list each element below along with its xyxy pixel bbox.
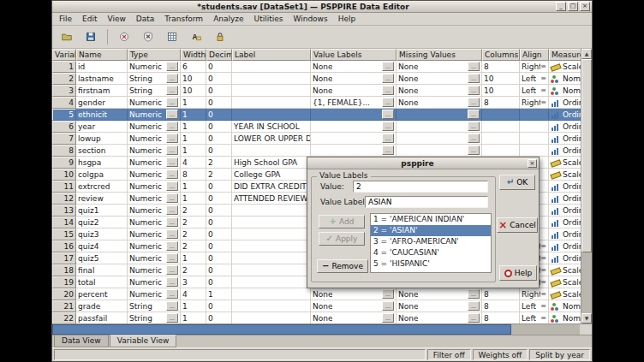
- value-labels-edit-button[interactable]: [382, 122, 394, 131]
- cell-type[interactable]: Numeric: [128, 288, 181, 300]
- cell-label[interactable]: High School GPA: [232, 157, 311, 169]
- value-label-list-item[interactable]: 3 = 'AFRO-AMERICAN': [371, 236, 491, 247]
- missing-values-edit-button[interactable]: [468, 62, 480, 71]
- cell-missing-values[interactable]: [397, 133, 482, 145]
- cell-label[interactable]: [232, 109, 311, 121]
- add-button[interactable]: Add: [319, 215, 365, 228]
- cell-name[interactable]: firstnam: [76, 85, 128, 97]
- cell-type[interactable]: Numeric: [128, 61, 181, 73]
- cell-label[interactable]: YEAR IN SCHOOL: [232, 121, 311, 133]
- cell-width[interactable]: 3: [181, 276, 206, 288]
- cell-name[interactable]: year: [76, 121, 128, 133]
- column-header[interactable]: Variable: [52, 49, 76, 61]
- value-labels-edit-button[interactable]: [382, 301, 394, 311]
- type-edit-button[interactable]: [166, 157, 178, 167]
- cell-align[interactable]: ≡: [520, 145, 549, 157]
- missing-values-edit-button[interactable]: [468, 98, 480, 107]
- split-file-button[interactable]: [161, 27, 183, 47]
- cell-type[interactable]: Numeric: [128, 169, 181, 181]
- missing-values-edit-button[interactable]: [468, 74, 480, 83]
- type-edit-button[interactable]: [166, 313, 178, 323]
- cell-label[interactable]: ATTENDED REVIEW SESSIONS: [232, 193, 311, 205]
- type-edit-button[interactable]: [166, 181, 178, 191]
- cell-width[interactable]: 2: [181, 264, 206, 276]
- cell-width[interactable]: 2: [181, 240, 206, 252]
- cell-label[interactable]: [232, 300, 311, 312]
- cell-width[interactable]: 2: [181, 228, 206, 240]
- row-number[interactable]: 1: [52, 61, 76, 73]
- cell-decimals[interactable]: 2: [206, 157, 232, 169]
- row-number[interactable]: 17: [52, 252, 76, 264]
- cell-label[interactable]: [232, 217, 311, 228]
- cell-decimals[interactable]: 0: [206, 264, 232, 276]
- type-edit-button[interactable]: [166, 253, 178, 263]
- cell-columns[interactable]: [482, 121, 520, 133]
- cell-measure[interactable]: Ordinal: [549, 109, 581, 121]
- cell-measure[interactable]: Nominal: [549, 312, 581, 323]
- value-labels-list[interactable]: 1 = 'AMERICAN INDIAN'2 = 'ASIAN'3 = 'AFR…: [370, 213, 492, 273]
- type-edit-button[interactable]: [166, 193, 178, 203]
- cell-width[interactable]: 1: [181, 193, 206, 205]
- cell-columns[interactable]: 8: [482, 300, 520, 312]
- row-number[interactable]: 10: [52, 169, 76, 181]
- cell-width[interactable]: 8: [181, 169, 206, 181]
- cell-width[interactable]: 2: [181, 217, 206, 228]
- cell-columns[interactable]: 10: [482, 85, 520, 97]
- close-button[interactable]: ×: [580, 2, 590, 11]
- row-number[interactable]: 11: [52, 181, 76, 193]
- cell-name[interactable]: final: [76, 264, 128, 276]
- type-edit-button[interactable]: [166, 277, 178, 287]
- cell-missing-values[interactable]: None: [397, 300, 482, 312]
- cell-label[interactable]: LOWER OR UPPER DIVISION: [232, 133, 311, 145]
- type-edit-button[interactable]: [166, 301, 178, 311]
- row-number[interactable]: 19: [52, 276, 76, 288]
- missing-values-edit-button[interactable]: [468, 122, 480, 131]
- table-row[interactable]: 5 ethnicit Numeric 1 0 ≡ Ordinal: [52, 109, 581, 121]
- cell-decimals[interactable]: 0: [206, 240, 232, 252]
- minimize-button[interactable]: _: [556, 2, 566, 11]
- row-number[interactable]: 13: [52, 205, 76, 217]
- cell-measure[interactable]: Ordinal: [549, 228, 581, 240]
- cell-name[interactable]: review: [76, 193, 128, 205]
- cell-label[interactable]: [232, 85, 311, 97]
- cell-type[interactable]: Numeric: [128, 181, 181, 193]
- cell-align[interactable]: Right ≡: [520, 97, 549, 109]
- horizontal-scrollbar-thumb[interactable]: [52, 324, 511, 335]
- cell-name[interactable]: id: [76, 61, 128, 73]
- remove-button[interactable]: Remove: [317, 259, 368, 273]
- cell-align[interactable]: Right ≡: [520, 61, 549, 73]
- cell-decimals[interactable]: 0: [206, 145, 232, 157]
- cell-width[interactable]: 1: [181, 121, 206, 133]
- row-number[interactable]: 21: [52, 300, 76, 312]
- cell-align[interactable]: ≡: [520, 109, 549, 121]
- goto-variable-button[interactable]: [137, 27, 159, 47]
- cell-width[interactable]: 1: [181, 300, 206, 312]
- cell-type[interactable]: Numeric: [128, 228, 181, 240]
- cell-name[interactable]: section: [76, 145, 128, 157]
- cell-width[interactable]: 1: [181, 145, 206, 157]
- value-label-input[interactable]: [365, 196, 488, 208]
- scroll-down-button[interactable]: ▼: [581, 313, 592, 323]
- goto-case-button[interactable]: [113, 27, 135, 47]
- table-row[interactable]: 6 year Numeric 1 0 YEAR IN SCHOOL ≡ Ordi…: [52, 121, 581, 133]
- menu-item[interactable]: Help: [333, 14, 361, 24]
- cell-columns[interactable]: 8: [482, 61, 520, 73]
- cell-label[interactable]: DID EXTRA CREDIT PROJECT: [232, 181, 311, 193]
- cell-value-labels[interactable]: [311, 109, 397, 121]
- cell-width[interactable]: 2: [181, 205, 206, 217]
- cell-name[interactable]: quiz1: [76, 205, 128, 217]
- ok-button[interactable]: OK: [499, 175, 535, 190]
- cell-type[interactable]: Numeric: [128, 240, 181, 252]
- column-header[interactable]: Measure: [549, 49, 581, 61]
- type-edit-button[interactable]: [166, 86, 178, 95]
- menu-item[interactable]: Data: [131, 14, 160, 24]
- cell-measure[interactable]: Nominal: [549, 85, 581, 97]
- type-edit-button[interactable]: [166, 122, 178, 131]
- value-input[interactable]: [353, 181, 488, 193]
- cell-measure[interactable]: Scale: [549, 169, 581, 181]
- cell-measure[interactable]: Ordinal: [549, 217, 581, 228]
- cell-measure[interactable]: Ordinal: [549, 193, 581, 205]
- cell-type[interactable]: Numeric: [128, 109, 181, 121]
- table-row[interactable]: 22 passfail String 1 0 None None 8 Left …: [52, 312, 581, 323]
- table-row[interactable]: 3 firstnam String 10 0 None None 10 Left…: [52, 85, 581, 97]
